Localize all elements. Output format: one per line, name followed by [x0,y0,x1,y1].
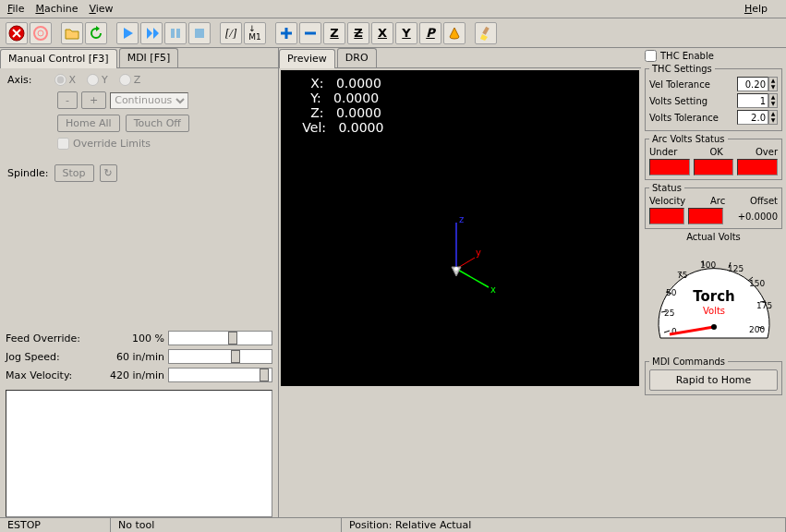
spindle-label: Spindle: [7,167,49,179]
thc-settings-group: THC Settings Vel Tolerance 0.20▲▼ Volts … [645,64,782,131]
status-position: Position: Relative Actual [342,518,786,532]
view-cone-button[interactable] [443,22,466,44]
svg-rect-11 [482,26,489,34]
status-bar: ESTOP No tool Position: Relative Actual [0,517,786,532]
axis-z-radio[interactable]: Z [119,74,141,86]
volts-setting-label: Volts Setting [649,96,707,106]
svg-text:75: 75 [677,271,687,280]
play-button[interactable] [116,22,139,44]
zoom-in-button[interactable] [275,22,297,44]
tab-manual-control[interactable]: Manual Control [F3] [0,49,117,68]
jog-minus-button[interactable]: - [57,91,78,109]
arc-ok-indicator [694,159,734,175]
arc-indicator [688,208,723,224]
mdi-commands-group: MDI Commands Rapid to Home [645,357,782,395]
feed-override-slider[interactable] [168,331,272,345]
svg-text:100: 100 [700,260,716,270]
max-velocity-value: 420 in/min [107,369,168,381]
vel-tolerance-label: Vel Tolerance [649,79,710,90]
feed-override-label: Feed Override: [6,332,107,345]
jog-speed-slider[interactable] [168,349,272,364]
arc-under-indicator [649,159,690,175]
volts-setting-input[interactable]: 1 [737,93,768,108]
menu-view[interactable]: View [89,3,113,15]
power-button[interactable] [30,22,52,44]
thc-enable-checkbox[interactable] [645,50,657,62]
feed-override-value: 100 % [107,332,168,345]
volts-tolerance-spinner[interactable]: ▲▼ [768,110,778,125]
svg-text:175: 175 [756,301,772,310]
zoom-out-button[interactable] [299,22,321,44]
touch-off-button[interactable]: Touch Off [126,115,189,132]
output-panel [6,390,272,517]
thc-enable-label: THC Enable [660,51,714,61]
svg-text:Volts: Volts [702,306,724,316]
svg-text:25: 25 [664,308,674,318]
estop-button[interactable] [6,22,28,44]
stop-button[interactable] [188,22,211,44]
menu-machine[interactable]: Machine [35,3,78,15]
offset-value: +0.0000 [738,212,778,222]
tab-dro[interactable]: DRO [337,48,377,67]
open-file-button[interactable] [61,22,83,44]
menu-file[interactable]: File [7,3,24,15]
svg-text:z: z [459,214,464,224]
svg-text:200: 200 [749,325,765,334]
tab-preview[interactable]: Preview [279,49,335,68]
override-limits-label: Override Limits [73,138,151,150]
actual-volts-label: Actual Volts [645,232,782,242]
axis-indicator: z x y [433,213,507,296]
max-velocity-label: Max Velocity: [6,369,107,381]
vel-tolerance-input[interactable]: 0.20 [737,77,768,91]
spindle-refresh-button[interactable]: ↻ [100,164,117,182]
volts-setting-spinner[interactable]: ▲▼ [768,93,778,108]
volts-tolerance-label: Volts Tolerance [649,113,719,123]
svg-point-4 [38,30,43,36]
home-all-button[interactable]: Home All [57,115,120,132]
status-estop: ESTOP [0,518,111,532]
svg-line-1 [13,30,20,37]
spindle-stop-button[interactable]: Stop [54,164,94,182]
reload-button[interactable] [85,22,107,44]
svg-point-3 [34,27,47,40]
svg-rect-7 [195,29,204,38]
rapid-to-home-button[interactable]: Rapid to Home [649,369,778,391]
jog-speed-value: 60 in/min [107,351,168,363]
status-group: Status VelocityArcOffset +0.0000 [645,183,782,229]
view-z2-button[interactable]: Z [347,22,369,44]
axis-y-radio[interactable]: Y [87,74,108,86]
svg-text:y: y [476,248,481,258]
menu-bar: File Machine View Help [0,0,786,18]
preview-canvas[interactable]: X: 0.0000 Y: 0.0000 Z: 0.0000 Vel: 0.000… [281,70,639,386]
view-y-button[interactable]: Y [395,22,417,44]
velocity-indicator [649,208,684,224]
status-tool: No tool [111,518,342,532]
svg-point-0 [9,26,24,41]
jog-plus-button[interactable]: + [81,91,106,109]
volts-tolerance-input[interactable]: 2.0 [737,110,768,125]
svg-text:150: 150 [749,279,765,288]
override-limits-checkbox[interactable] [57,138,69,150]
pause-button[interactable] [164,22,187,44]
clear-plot-button[interactable] [475,22,497,44]
view-x-button[interactable]: X [371,22,393,44]
arc-volts-status-group: Arc Volts Status UnderOKOver [645,134,782,180]
step-button[interactable] [140,22,163,44]
jog-mode-select[interactable]: Continuous [110,92,188,109]
toolbar: [/] ↓M1 Z Z X Y P [0,18,786,48]
svg-text:125: 125 [728,264,744,273]
tab-mdi[interactable]: MDI [F5] [119,48,179,67]
svg-rect-6 [176,29,180,38]
vel-tolerance-spinner[interactable]: ▲▼ [768,77,778,91]
m1-button[interactable]: ↓M1 [244,22,266,44]
menu-help[interactable]: Help [744,3,768,15]
volts-gauge: 0 25 50 75 100 125 150 175 200 [649,244,779,355]
svg-text:x: x [490,284,496,295]
axis-x-radio[interactable]: X [54,74,77,86]
max-velocity-slider[interactable] [168,368,272,382]
view-p-button[interactable]: P [419,22,441,44]
view-z-button[interactable]: Z [323,22,345,44]
svg-text:Torch: Torch [693,288,735,305]
jog-speed-label: Jog Speed: [6,351,107,363]
opt-stop-button[interactable]: [/] [220,22,242,44]
